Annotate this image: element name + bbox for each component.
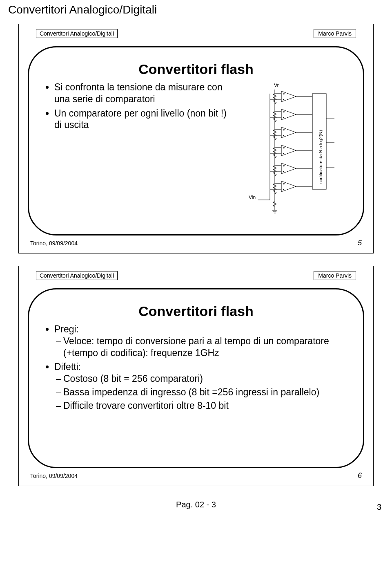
svg-text:+: + xyxy=(283,164,285,168)
bullet-item: Si confronta la tensione da misurare con… xyxy=(54,81,232,105)
svg-text:+: + xyxy=(283,182,285,186)
svg-text:+: + xyxy=(283,110,285,114)
svg-text:-: - xyxy=(283,133,284,137)
bullet-item: Difetti: Costoso (8 bit = 256 comparator… xyxy=(54,361,347,411)
slide-header-right: Marco Parvis xyxy=(314,271,356,280)
slide-header-left: Convertitori Analogico/Digitali xyxy=(36,29,118,38)
comparator-icon: + - xyxy=(270,127,312,138)
comparator-icon: + - xyxy=(270,181,312,192)
svg-text:-: - xyxy=(283,151,284,155)
comparator-icon: + - xyxy=(270,145,312,156)
vr-label: Vr xyxy=(274,83,279,88)
slide-title: Convertitori flash xyxy=(45,303,347,319)
page-number: 3 xyxy=(377,502,381,512)
comparator-icon: + - xyxy=(270,109,312,120)
sub-bullet: Veloce: tempo di conversione pari a al t… xyxy=(63,335,347,359)
slide-1: Convertitori Analogico/Digitali Marco Pa… xyxy=(18,24,374,253)
svg-text:-: - xyxy=(283,187,284,191)
svg-text:+: + xyxy=(283,146,285,150)
slide-header-left: Convertitori Analogico/Digitali xyxy=(36,271,118,280)
document-title: Convertitori Analogico/Digitali xyxy=(8,3,385,16)
comparator-icon: + - xyxy=(270,163,312,174)
svg-text:-: - xyxy=(283,115,284,119)
sub-bullet: Costoso (8 bit = 256 comparatori) xyxy=(63,373,347,385)
slide-title: Convertitori flash xyxy=(45,61,347,77)
slide-2: Convertitori Analogico/Digitali Marco Pa… xyxy=(18,266,374,486)
flash-adc-diagram: Vr xyxy=(241,81,347,218)
slide-number: 5 xyxy=(358,239,362,247)
slide-header-right: Marco Parvis xyxy=(314,29,356,38)
slide-footer-date: Torino, 09/09/2004 xyxy=(30,473,78,479)
slide-footer-date: Torino, 09/09/2004 xyxy=(30,240,78,247)
slide-bullets: Pregi: Veloce: tempo di conversione pari… xyxy=(45,323,347,411)
sub-bullet: Difficile trovare convertitori oltre 8-1… xyxy=(63,400,347,412)
page-footer: Pag. 02 - 3 xyxy=(7,500,385,509)
comparator-icon: + - xyxy=(270,91,312,102)
svg-text:-: - xyxy=(283,169,284,173)
bullet-item: Pregi: Veloce: tempo di conversione pari… xyxy=(54,323,347,359)
slide-number: 6 xyxy=(358,471,362,480)
slide-bullets: Si confronta la tensione da misurare con… xyxy=(45,81,232,218)
bullet-item: Un comparatore per ogni livello (non bit… xyxy=(54,108,232,131)
encoder-label: codificatore da N a log2(N) xyxy=(318,130,323,184)
sub-bullet: Bassa impedenza di ingresso (8 bit =256 … xyxy=(63,386,347,398)
svg-text:-: - xyxy=(283,97,284,101)
svg-text:+: + xyxy=(283,128,285,132)
vin-label: Vin xyxy=(249,195,256,200)
svg-text:+: + xyxy=(283,92,285,96)
